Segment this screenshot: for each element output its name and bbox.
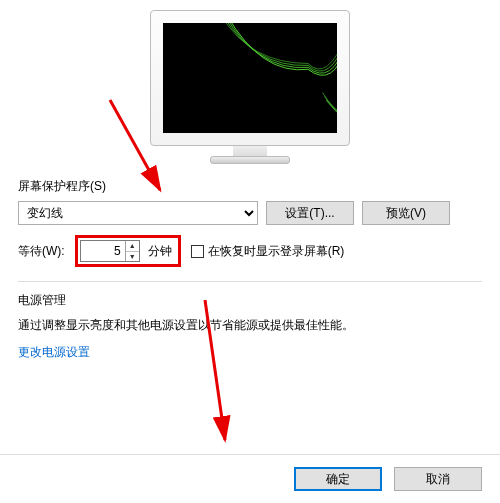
wait-highlight-box: ▲ ▼ 分钟 [75,235,181,267]
resume-login-label: 在恢复时显示登录屏幕(R) [208,243,345,260]
mystify-lines-icon [163,23,337,133]
power-management-description: 通过调整显示亮度和其他电源设置以节省能源或提供最佳性能。 [18,317,482,334]
change-power-settings-link[interactable]: 更改电源设置 [18,345,90,359]
screensaver-preview [18,10,482,164]
wait-label: 等待(W): [18,243,65,260]
cancel-button[interactable]: 取消 [394,467,482,491]
wait-minutes-input[interactable] [81,241,125,261]
power-management-title: 电源管理 [18,292,482,309]
separator [18,281,482,282]
section-label-screensaver: 屏幕保护程序(S) [18,178,482,195]
spinner-down-icon[interactable]: ▼ [126,252,139,262]
wait-unit-label: 分钟 [148,243,172,260]
screensaver-select[interactable]: 变幻线 [18,201,258,225]
ok-button[interactable]: 确定 [294,467,382,491]
resume-login-checkbox[interactable]: 在恢复时显示登录屏幕(R) [191,243,345,260]
settings-button[interactable]: 设置(T)... [266,201,354,225]
spinner-up-icon[interactable]: ▲ [126,241,139,252]
checkbox-box-icon [191,245,204,258]
preview-button[interactable]: 预览(V) [362,201,450,225]
dialog-footer: 确定 取消 [0,454,500,503]
wait-spinner[interactable]: ▲ ▼ [80,240,140,262]
